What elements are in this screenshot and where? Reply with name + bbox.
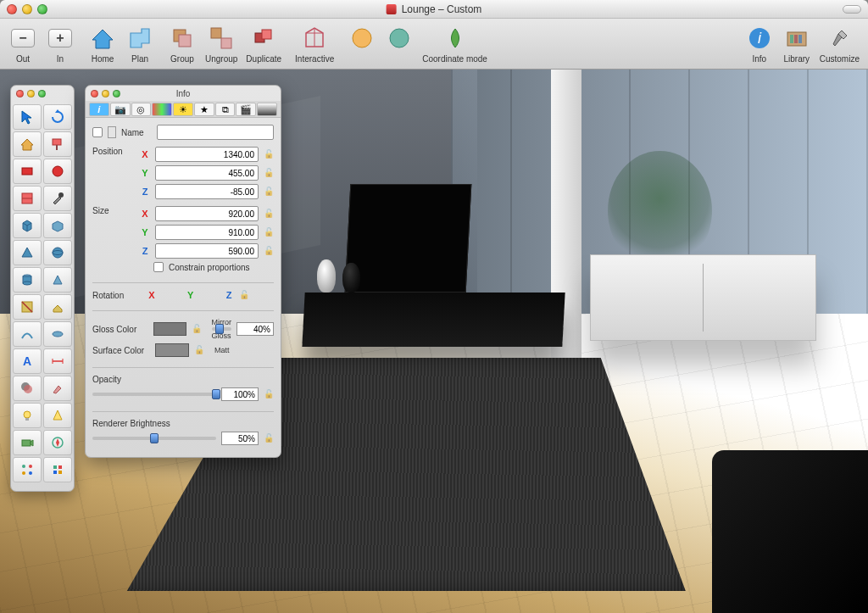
lock-icon[interactable]: 🔓 — [264, 168, 274, 178]
brush-tool[interactable] — [43, 376, 72, 401]
minimize-window-button[interactable] — [22, 4, 32, 14]
tab-star[interactable]: ★ — [194, 103, 214, 116]
info-close-button[interactable] — [91, 90, 98, 98]
home-button[interactable]: Home — [88, 24, 117, 64]
rotation-x-button[interactable]: X — [147, 290, 157, 300]
lock-icon[interactable] — [108, 126, 116, 138]
lock-icon[interactable]: 🔓 — [264, 389, 274, 399]
dimension-tool[interactable] — [43, 348, 72, 374]
extrude-tool[interactable] — [43, 294, 72, 320]
eyedropper-tool[interactable] — [43, 186, 72, 211]
paint-tool[interactable] — [43, 131, 72, 157]
info-panel-titlebar[interactable]: Info — [86, 86, 281, 101]
brightness-slider[interactable] — [92, 437, 216, 440]
rotate-tool[interactable] — [43, 104, 72, 130]
house-tool[interactable] — [13, 131, 42, 157]
rotation-z-button[interactable]: Z — [224, 290, 234, 300]
lock-icon[interactable]: 🔓 — [194, 345, 204, 355]
node-tool[interactable] — [13, 457, 42, 482]
tab-sun[interactable]: ☀ — [173, 103, 193, 116]
cone-tool[interactable] — [13, 240, 42, 265]
size-x-input[interactable] — [155, 206, 259, 221]
coordinate-teal-button[interactable] — [385, 24, 414, 64]
palette-minimize-button[interactable] — [27, 90, 35, 98]
position-z-input[interactable] — [155, 184, 259, 199]
lock-icon[interactable]: 🔓 — [264, 209, 274, 219]
bulb-tool[interactable] — [13, 403, 42, 428]
compass-tool[interactable] — [43, 430, 72, 455]
text-tool[interactable]: A — [13, 348, 42, 374]
tab-target[interactable]: ◎ — [131, 103, 152, 116]
lock-icon[interactable]: 🔓 — [192, 324, 202, 334]
tab-camera[interactable]: 📷 — [110, 103, 131, 116]
camera-tool[interactable] — [13, 430, 42, 455]
brightness-pct-input[interactable] — [221, 432, 259, 445]
palette-titlebar[interactable] — [11, 86, 74, 101]
svg-rect-38 — [25, 418, 29, 421]
lock-icon[interactable]: 🔓 — [264, 227, 274, 237]
constrain-checkbox[interactable] — [153, 262, 164, 272]
snap-tool[interactable] — [43, 457, 72, 482]
info-minimize-button[interactable] — [102, 90, 109, 98]
plan-button[interactable]: Plan — [125, 24, 154, 64]
surface-color-swatch[interactable] — [155, 343, 189, 357]
box-tool[interactable] — [43, 213, 72, 238]
opacity-pct-input[interactable] — [221, 387, 259, 401]
lock-icon[interactable]: 🔓 — [264, 433, 274, 443]
path-tool[interactable] — [13, 321, 42, 347]
palette-zoom-button[interactable] — [38, 90, 46, 98]
lock-icon[interactable]: 🔓 — [239, 290, 249, 300]
gloss-pct-input[interactable] — [236, 322, 274, 336]
tab-gradient[interactable] — [257, 103, 277, 116]
info-panel[interactable]: Info i 📷 ◎ ☀ ★ ⧉ 🎬 Name Position X🔓 Y🔓 Z… — [85, 85, 281, 458]
shadow-tool[interactable] — [13, 376, 42, 401]
rotation-y-button[interactable]: Y — [186, 290, 196, 300]
tab-palette[interactable] — [152, 103, 172, 116]
tab-info[interactable]: i — [89, 103, 109, 116]
coordinate-mode-button[interactable]: Coordinate mode — [422, 24, 487, 64]
duplicate-button[interactable]: Duplicate — [246, 24, 281, 64]
select-arrow-tool[interactable] — [13, 104, 42, 130]
light-tool[interactable] — [43, 403, 72, 428]
tool-palette[interactable]: A — [10, 85, 75, 492]
interactive-button[interactable]: Interactive — [295, 24, 334, 64]
size-z-input[interactable] — [155, 243, 259, 259]
tab-copy[interactable]: ⧉ — [215, 103, 236, 116]
library-label: Library — [783, 54, 810, 64]
zoom-in-button[interactable]: + In — [46, 24, 75, 64]
zoom-window-button[interactable] — [37, 4, 47, 14]
name-input[interactable] — [157, 125, 274, 140]
wall-tool[interactable] — [13, 186, 42, 211]
palette-close-button[interactable] — [16, 90, 24, 98]
lock-icon[interactable]: 🔓 — [264, 149, 274, 159]
circle-tool[interactable] — [43, 159, 72, 184]
sphere-tool[interactable] — [43, 240, 72, 265]
gloss-color-swatch[interactable] — [153, 322, 186, 336]
tab-film[interactable]: 🎬 — [236, 103, 256, 116]
lathe-tool[interactable] — [43, 321, 72, 347]
close-window-button[interactable] — [7, 4, 17, 14]
ungroup-button[interactable]: Ungroup — [205, 24, 237, 64]
cube-tool[interactable] — [13, 213, 42, 238]
gloss-slider[interactable] — [212, 327, 232, 331]
lock-icon[interactable]: 🔓 — [264, 187, 274, 197]
coordinate-orange-button[interactable] — [348, 24, 376, 64]
duplicate-label: Duplicate — [246, 54, 281, 64]
position-y-input[interactable] — [155, 165, 259, 181]
cylinder-tool[interactable] — [13, 267, 42, 293]
position-x-input[interactable] — [155, 147, 259, 162]
prism-tool[interactable] — [43, 267, 72, 293]
zoom-out-button[interactable]: − Out — [8, 24, 37, 64]
cut-tool[interactable] — [13, 294, 42, 320]
visibility-checkbox[interactable] — [92, 127, 103, 137]
lock-icon[interactable]: 🔓 — [264, 246, 274, 256]
info-zoom-button[interactable] — [113, 90, 120, 98]
toolbar-toggle-pill[interactable] — [843, 5, 861, 14]
info-button[interactable]: i Info — [745, 24, 774, 64]
rectangle-tool[interactable] — [13, 159, 42, 184]
size-y-input[interactable] — [155, 225, 259, 240]
library-button[interactable]: Library — [782, 24, 811, 64]
group-button[interactable]: Group — [168, 24, 197, 64]
customize-button[interactable]: Customize — [820, 24, 860, 64]
opacity-slider[interactable] — [92, 393, 216, 396]
